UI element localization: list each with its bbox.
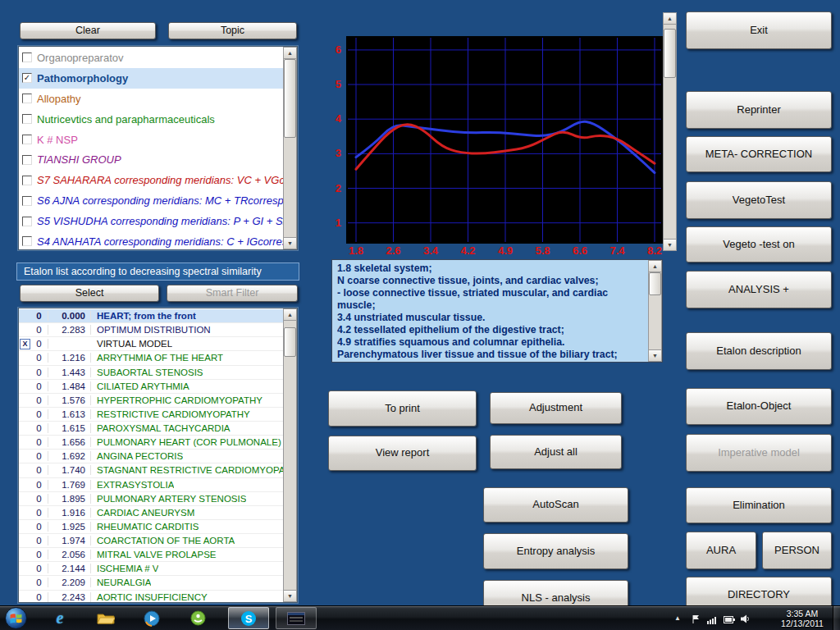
etalon-row[interactable]: 01.895PULMONARY ARTERY STENOSIS xyxy=(19,492,283,506)
etalon-scrollbar[interactable]: ▲▼ xyxy=(283,308,297,602)
row-marker[interactable] xyxy=(20,311,30,322)
taskbar-item-media-player[interactable] xyxy=(131,607,172,629)
row-marker[interactable] xyxy=(20,381,30,391)
row-marker[interactable] xyxy=(20,465,30,476)
scroll-track[interactable] xyxy=(664,25,676,239)
person-button[interactable]: PERSON xyxy=(762,532,832,569)
tray-expand-icon[interactable]: ▲ xyxy=(674,614,681,622)
etalon-row[interactable]: 01.216ARRYTHMIA OF THE HEART xyxy=(19,351,283,365)
row-marker[interactable] xyxy=(20,507,30,518)
etalon-row[interactable]: 01.656PULMONARY HEART (COR PULMONALE) xyxy=(19,436,283,450)
topic-list-item[interactable]: K # NSP xyxy=(19,130,283,150)
checkbox[interactable] xyxy=(22,114,32,124)
taskbar-item-internet-explorer[interactable]: e xyxy=(39,607,80,629)
chart-scrollbar[interactable]: ▲▼ xyxy=(663,12,677,251)
scroll-down-button[interactable]: ▼ xyxy=(283,237,297,249)
checkbox[interactable] xyxy=(22,217,32,226)
adjust-all-button[interactable]: Adjust all xyxy=(490,435,622,469)
analysis-plus-button[interactable]: ANALYSIS + xyxy=(686,271,832,308)
row-marker[interactable] xyxy=(20,521,30,532)
taskbar-item-skype[interactable]: S xyxy=(228,607,269,629)
vegetotest-button[interactable]: VegetoTest xyxy=(686,181,832,219)
row-marker-checkbox[interactable]: X xyxy=(20,339,30,349)
description-box[interactable]: 1.8 skeletal system;N coarse connective … xyxy=(331,259,663,363)
topic-button[interactable]: Topic xyxy=(168,22,297,39)
aura-button[interactable]: AURA xyxy=(686,532,756,569)
row-marker[interactable] xyxy=(20,367,30,377)
scroll-up-button[interactable]: ▲ xyxy=(648,260,662,272)
row-marker[interactable] xyxy=(20,395,30,405)
battery-icon[interactable] xyxy=(724,613,736,628)
checkbox[interactable] xyxy=(22,94,32,103)
row-marker[interactable] xyxy=(20,423,30,434)
etalon-row[interactable]: 01.974COARCTATION OF THE AORTA xyxy=(19,534,283,548)
scroll-down-button[interactable]: ▼ xyxy=(283,590,297,602)
scroll-up-button[interactable]: ▲ xyxy=(283,47,297,59)
action-center-flag-icon[interactable] xyxy=(692,613,701,628)
etalon-row[interactable]: 01.484CILIATED ARYTHMIA xyxy=(19,380,283,394)
etalon-row[interactable]: 01.692ANGINA PECTORIS xyxy=(19,450,283,463)
vegeto-test-on-button[interactable]: Vegeto -test on xyxy=(686,226,832,262)
scroll-track[interactable] xyxy=(284,321,296,590)
scroll-thumb[interactable] xyxy=(649,272,661,295)
checkbox[interactable] xyxy=(22,196,32,206)
etalon-row[interactable]: 01.925RHEUMATIC CARDITIS xyxy=(19,520,283,534)
spectrum-chart[interactable]: 1.82.63.44.24.95.86.67.48.2123456 xyxy=(325,33,663,256)
adjustment-button[interactable]: Adjustment xyxy=(490,392,622,424)
etalon-description-button[interactable]: Etalon description xyxy=(686,332,832,370)
checkbox[interactable]: ✓ xyxy=(22,73,32,83)
volume-icon[interactable] xyxy=(740,613,751,628)
show-desktop-button[interactable] xyxy=(833,606,840,630)
topic-list-item[interactable]: S5 VISHUDHA corresponding meridians: P +… xyxy=(19,211,283,231)
etalon-row[interactable]: 02.144ISCHEMIA # V xyxy=(19,562,283,576)
scroll-up-button[interactable]: ▲ xyxy=(663,12,677,25)
row-marker[interactable] xyxy=(20,578,30,588)
topic-list-item[interactable]: S4 ANAHATA corresponding meridians: C + … xyxy=(19,231,283,249)
etalon-row[interactable]: 01.740STAGNANT RESTRICTIVE CARDIOMYOPATH… xyxy=(19,463,283,477)
network-icon[interactable] xyxy=(707,613,718,628)
scroll-thumb[interactable] xyxy=(284,59,296,138)
taskbar-item-app-window[interactable] xyxy=(276,607,317,629)
etalon-row[interactable]: 01.613RESTRICTIVE CARDIOMYOPATHY xyxy=(19,408,283,422)
topic-list-item[interactable]: Organopreparatov xyxy=(19,48,283,68)
etalon-row[interactable]: 00.000HEART; from the front xyxy=(19,309,283,323)
scroll-down-button[interactable]: ▼ xyxy=(648,349,662,362)
taskbar-item-explorer[interactable] xyxy=(85,607,126,629)
description-scrollbar[interactable]: ▲▼ xyxy=(648,260,662,362)
to-print-button[interactable]: To print xyxy=(328,390,477,427)
topic-list-item[interactable]: S6 AJNA corresponding meridians: MC + TR… xyxy=(19,190,283,211)
etalon-row[interactable]: 01.615PAROXYSMAL TACHYCARDIA xyxy=(19,422,283,436)
row-marker[interactable] xyxy=(20,550,30,560)
smart-filter-button[interactable]: Smart Filter xyxy=(167,285,298,302)
scroll-track[interactable] xyxy=(284,59,296,237)
row-marker[interactable] xyxy=(20,451,30,462)
topic-list-item[interactable]: Nutricevtics and parapharmaceuticals xyxy=(19,109,283,130)
scroll-thumb[interactable] xyxy=(284,327,296,357)
row-marker[interactable] xyxy=(20,479,30,490)
view-report-button[interactable]: View report xyxy=(328,436,477,471)
meta-correction-button[interactable]: META- CORRECTION xyxy=(686,136,832,172)
scroll-down-button[interactable]: ▼ xyxy=(663,239,677,251)
entropy-analysis-button[interactable]: Entropy analysis xyxy=(483,533,628,569)
reprinter-button[interactable]: Reprinter xyxy=(686,91,832,129)
etalon-row[interactable]: 02.056MITRAL VALVE PROLAPSE xyxy=(19,548,283,562)
checkbox[interactable] xyxy=(22,236,32,246)
topic-scrollbar[interactable]: ▲▼ xyxy=(283,47,297,249)
row-marker[interactable] xyxy=(20,564,30,574)
row-marker[interactable] xyxy=(20,409,30,419)
scroll-track[interactable] xyxy=(649,272,661,349)
row-marker[interactable] xyxy=(20,437,30,448)
row-marker[interactable] xyxy=(20,353,30,363)
select-button[interactable]: Select xyxy=(20,285,159,302)
checkbox[interactable] xyxy=(22,176,32,185)
topic-list-item[interactable]: S7 SAHARARA corresponding meridians: VC … xyxy=(19,170,283,190)
etalon-row[interactable]: 02.283OPTIMUM DISTRIBUTION xyxy=(19,323,283,337)
row-marker[interactable] xyxy=(20,325,30,336)
clear-button[interactable]: Clear xyxy=(20,22,156,39)
checkbox[interactable] xyxy=(22,155,32,165)
etalon-row[interactable]: 02.209NEURALGIA xyxy=(19,576,283,590)
exit-button[interactable]: Exit xyxy=(686,11,832,49)
etalon-row[interactable]: 01.576HYPERTROPHIC CARDIOMYOPATHY xyxy=(19,394,283,408)
scroll-thumb[interactable] xyxy=(664,29,676,78)
taskbar-item-messenger[interactable] xyxy=(177,607,218,629)
